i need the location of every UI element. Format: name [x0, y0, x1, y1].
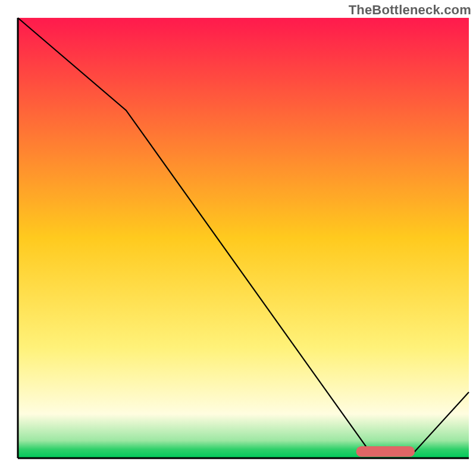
optimal-band-marker — [356, 446, 415, 457]
chart-root: TheBottleneck.com — [0, 0, 476, 476]
plot-background — [18, 18, 469, 458]
chart-canvas — [0, 0, 476, 476]
